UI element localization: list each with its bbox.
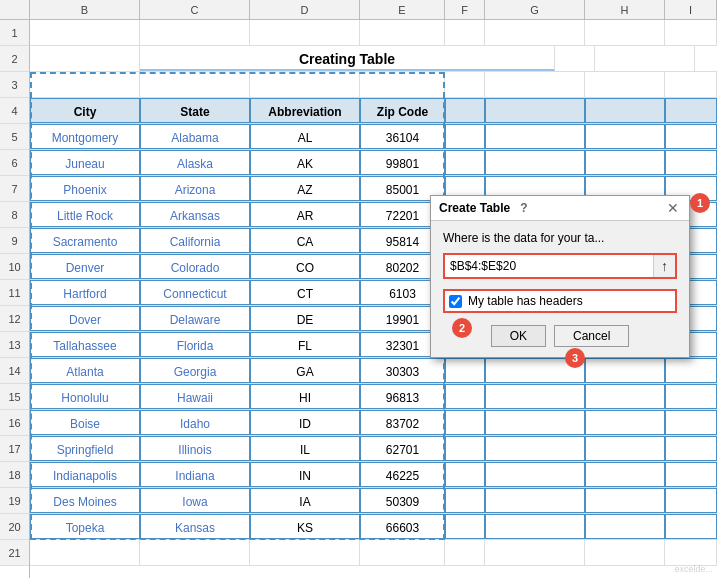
- cell-g20: [485, 514, 585, 539]
- header-zip: Zip Code: [360, 98, 445, 123]
- cell-abbr-13: FL: [250, 332, 360, 357]
- cell-e1: [360, 20, 445, 45]
- cell-h20: [585, 514, 665, 539]
- cell-city-19: Des Moines: [30, 488, 140, 513]
- cell-f5: [445, 124, 485, 149]
- cell-zip-18: 46225: [360, 462, 445, 487]
- cell-h21: [585, 540, 665, 565]
- dialog-checkbox-row: My table has headers: [443, 289, 677, 313]
- col-header-i: I: [665, 0, 717, 19]
- cell-zip-20: 66603: [360, 514, 445, 539]
- row-num-18: 18: [0, 462, 29, 488]
- cell-i14: [665, 358, 717, 383]
- cell-abbr-14: GA: [250, 358, 360, 383]
- dialog-close-button[interactable]: ✕: [665, 200, 681, 216]
- cell-h19: [585, 488, 665, 513]
- dialog-ok-button[interactable]: OK: [491, 325, 546, 347]
- cell-f3: [445, 72, 485, 97]
- row-num-9: 9: [0, 228, 29, 254]
- dialog-question: Where is the data for your ta...: [443, 231, 677, 245]
- cell-state-13: Florida: [140, 332, 250, 357]
- dialog-cancel-button[interactable]: Cancel: [554, 325, 629, 347]
- cell-zip-19: 50309: [360, 488, 445, 513]
- cell-i6: [665, 150, 717, 175]
- row-num-17: 17: [0, 436, 29, 462]
- cell-abbr-20: KS: [250, 514, 360, 539]
- cell-city-11: Hartford: [30, 280, 140, 305]
- corner-cell: [0, 0, 30, 19]
- cell-zip-16: 83702: [360, 410, 445, 435]
- cell-i5: [665, 124, 717, 149]
- row-num-20: 20: [0, 514, 29, 540]
- cell-h6: [585, 150, 665, 175]
- cell-i19: [665, 488, 717, 513]
- cell-city-7: Phoenix: [30, 176, 140, 201]
- cell-i15: [665, 384, 717, 409]
- table-row: Springfield Illinois IL 62701: [30, 436, 717, 462]
- cell-f18: [445, 462, 485, 487]
- col-header-c: C: [140, 0, 250, 19]
- header-city: City: [30, 98, 140, 123]
- dialog-range-select-button[interactable]: ↑: [653, 255, 675, 277]
- cell-state-7: Arizona: [140, 176, 250, 201]
- cell-h4: [585, 98, 665, 123]
- spreadsheet: B C D E F G H I 1 2 3 4 5 6 7 8 9 10 11 …: [0, 0, 717, 578]
- dialog-titlebar: Create Table ? ✕: [431, 196, 689, 221]
- cell-city-15: Honolulu: [30, 384, 140, 409]
- row-num-12: 12: [0, 306, 29, 332]
- row-num-5: 5: [0, 124, 29, 150]
- row-4-header: City State Abbreviation Zip Code: [30, 98, 717, 124]
- cell-h16: [585, 410, 665, 435]
- row-num-13: 13: [0, 332, 29, 358]
- table-row: Montgomery Alabama AL 36104: [30, 124, 717, 150]
- my-table-has-headers-label: My table has headers: [468, 294, 583, 308]
- column-headers: B C D E F G H I: [0, 0, 717, 20]
- row-num-16: 16: [0, 410, 29, 436]
- cell-g6: [485, 150, 585, 175]
- cell-state-16: Idaho: [140, 410, 250, 435]
- cell-state-17: Illinois: [140, 436, 250, 461]
- cell-abbr-18: IN: [250, 462, 360, 487]
- dialog-title: Create Table: [439, 201, 510, 215]
- dialog-title-left: Create Table ?: [439, 201, 527, 215]
- row-21: [30, 540, 717, 566]
- cell-city-13: Tallahassee: [30, 332, 140, 357]
- cell-f17: [445, 436, 485, 461]
- cell-i18: [665, 462, 717, 487]
- row-num-8: 8: [0, 202, 29, 228]
- cell-zip-5: 36104: [360, 124, 445, 149]
- cell-state-8: Arkansas: [140, 202, 250, 227]
- dialog-range-input[interactable]: [445, 256, 653, 276]
- col-header-f: F: [445, 0, 485, 19]
- cell-g2: [595, 46, 695, 71]
- cell-i4: [665, 98, 717, 123]
- table-row: Juneau Alaska AK 99801: [30, 150, 717, 176]
- cell-city-17: Springfield: [30, 436, 140, 461]
- dialog-help-icon[interactable]: ?: [520, 201, 527, 215]
- my-table-has-headers-checkbox[interactable]: [449, 295, 462, 308]
- table-row: Topeka Kansas KS 66603: [30, 514, 717, 540]
- cell-g3: [485, 72, 585, 97]
- cell-d3: [250, 72, 360, 97]
- cell-g4: [485, 98, 585, 123]
- cell-g21: [485, 540, 585, 565]
- badge-3: 3: [565, 348, 585, 368]
- cell-city-14: Atlanta: [30, 358, 140, 383]
- cell-abbr-15: HI: [250, 384, 360, 409]
- col-header-d: D: [250, 0, 360, 19]
- cell-city-18: Indianapolis: [30, 462, 140, 487]
- row-3: [30, 72, 717, 98]
- cell-f1: [445, 20, 485, 45]
- dialog-buttons: OK Cancel: [443, 325, 677, 347]
- cell-abbr-9: CA: [250, 228, 360, 253]
- cell-e3: [360, 72, 445, 97]
- row-num-14: 14: [0, 358, 29, 384]
- table-row: Boise Idaho ID 83702: [30, 410, 717, 436]
- watermark: excelde...: [674, 564, 713, 574]
- cell-h1: [585, 20, 665, 45]
- cell-abbr-12: DE: [250, 306, 360, 331]
- cell-state-19: Iowa: [140, 488, 250, 513]
- table-row: Des Moines Iowa IA 50309: [30, 488, 717, 514]
- row-2: Creating Table: [30, 46, 717, 72]
- table-row: Atlanta Georgia GA 30303: [30, 358, 717, 384]
